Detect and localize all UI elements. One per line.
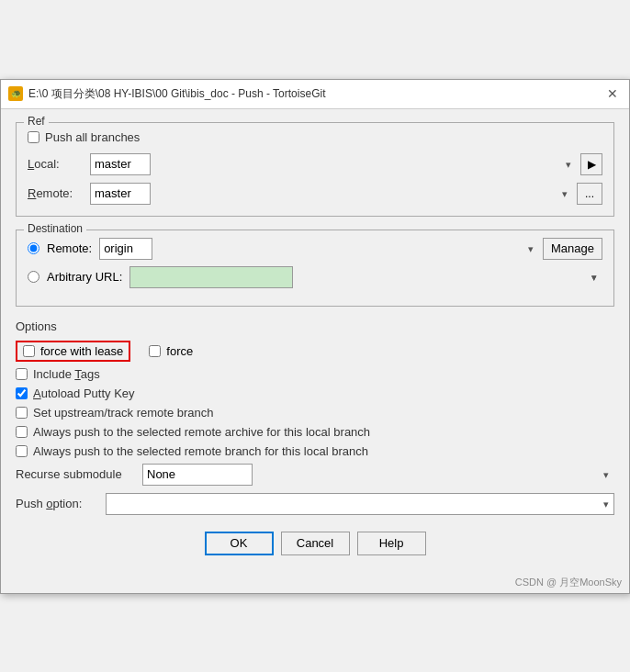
always-push-archive-row: Always push to the selected remote archi… (16, 425, 614, 439)
ref-group-title: Ref (24, 115, 49, 128)
local-label: Local: (28, 157, 83, 171)
watermark: CSDN @ 月空MoonSky (1, 574, 629, 593)
option-underline: o (46, 497, 52, 510)
force-with-lease-label[interactable]: force with lease (40, 344, 123, 358)
remote-ref-label: Remote: (28, 186, 83, 200)
remote-dest-underline: R (47, 241, 55, 255)
push-option-select[interactable] (106, 493, 614, 515)
set-upstream-row: Set upstream/track remote branch (16, 406, 614, 420)
cancel-button[interactable]: Cancel (281, 532, 350, 555)
autoload-underline: A (33, 386, 41, 400)
include-tags-label[interactable]: Include Tags (33, 367, 100, 381)
close-button[interactable]: ✕ (603, 84, 622, 103)
autoload-putty-checkbox[interactable] (16, 387, 28, 399)
always-push-archive-label[interactable]: Always push to the selected remote archi… (33, 425, 370, 439)
arbitrary-url-input-container: ▾ (129, 266, 602, 288)
push-option-row: Push option: (16, 493, 614, 515)
remote-select[interactable]: master (90, 183, 151, 205)
set-upstream-checkbox[interactable] (16, 407, 28, 419)
options-section: Options force with lease force Include T… (16, 319, 614, 515)
remote-dropdown-container: master ... (90, 183, 602, 205)
recurse-label: Recurse submodule (16, 467, 135, 481)
autoload-putty-label[interactable]: Autoload Putty Key (33, 386, 135, 400)
arbitrary-url-label[interactable]: Arbitrary URL: (47, 270, 122, 284)
remote-select-wrapper: master (90, 183, 573, 205)
ok-button[interactable]: OK (205, 532, 274, 555)
remote-radio[interactable] (28, 242, 39, 254)
force-with-lease-checkbox[interactable] (23, 345, 35, 357)
arbitrary-url-wrapper: ▾ (129, 266, 602, 288)
origin-dropdown-container: origin Manage (99, 238, 602, 260)
destination-group-title: Destination (24, 222, 86, 235)
always-push-remote-checkbox[interactable] (16, 445, 28, 457)
dialog-content: Ref Push all branches Local: master ▶ (1, 109, 629, 574)
always-push-remote-row: Always push to the selected remote branc… (16, 444, 614, 458)
window-title: E:\0 项目分类\08 HY-IBIS\00 Git\ibis_doc - P… (28, 86, 325, 102)
remote-ellipsis-button[interactable]: ... (577, 183, 602, 205)
include-tags-checkbox[interactable] (16, 368, 28, 380)
force-options-row: force with lease force (16, 341, 614, 362)
arbitrary-url-row: Arbitrary URL: ▾ (28, 266, 602, 288)
ref-group: Ref Push all branches Local: master ▶ (16, 122, 614, 217)
titlebar-left: 🐢 E:\0 项目分类\08 HY-IBIS\00 Git\ibis_doc -… (8, 86, 325, 102)
always-push-archive-checkbox[interactable] (16, 426, 28, 438)
destination-group: Destination Remote: origin Manage (16, 230, 614, 307)
main-window: 🐢 E:\0 项目分类\08 HY-IBIS\00 Git\ibis_doc -… (0, 79, 630, 594)
push-option-select-wrapper (106, 493, 614, 515)
arbitrary-url-input[interactable] (129, 266, 293, 288)
remote-underline-char: R (28, 186, 36, 200)
force-checkbox[interactable] (149, 345, 161, 357)
titlebar: 🐢 E:\0 项目分类\08 HY-IBIS\00 Git\ibis_doc -… (1, 80, 629, 109)
push-all-checkbox[interactable] (28, 131, 39, 143)
push-all-label[interactable]: Push all branches (45, 130, 140, 144)
help-button[interactable]: Help (357, 532, 426, 555)
origin-select[interactable]: origin (99, 238, 152, 260)
remote-dest-label[interactable]: Remote: (47, 241, 92, 255)
local-underline-char: L (28, 157, 34, 171)
set-upstream-label[interactable]: Set upstream/track remote branch (33, 406, 214, 420)
recurse-select[interactable]: None (142, 464, 253, 486)
arbitrary-underline: A (47, 270, 55, 284)
recurse-row: Recurse submodule None (16, 464, 614, 486)
force-with-lease-wrapper: force with lease (16, 341, 130, 362)
manage-button[interactable]: Manage (543, 238, 602, 260)
recurse-select-wrapper: None (142, 464, 614, 486)
origin-select-wrapper: origin (99, 238, 539, 260)
local-select[interactable]: master (90, 153, 151, 175)
push-all-row: Push all branches (28, 130, 602, 144)
force-label[interactable]: force (166, 344, 193, 358)
arbitrary-url-radio[interactable] (28, 271, 39, 283)
remote-row: Remote: master ... (28, 183, 602, 205)
force-wrapper: force (149, 344, 193, 358)
local-dropdown-container: master ▶ (90, 153, 602, 175)
include-tags-row: Include Tags (16, 367, 614, 381)
remote-destination-row: Remote: origin Manage (28, 238, 602, 260)
local-arrow-button[interactable]: ▶ (580, 153, 602, 175)
push-option-label: Push option: (16, 497, 98, 510)
local-row: Local: master ▶ (28, 153, 602, 175)
app-icon: 🐢 (8, 86, 23, 101)
tags-underline: T (74, 367, 81, 381)
local-select-wrapper: master (90, 153, 577, 175)
always-push-remote-label[interactable]: Always push to the selected remote branc… (33, 444, 368, 458)
footer-buttons: OK Cancel Help (16, 528, 614, 563)
watermark-text: CSDN @ 月空MoonSky (515, 577, 622, 588)
autoload-putty-row: Autoload Putty Key (16, 386, 614, 400)
options-title: Options (16, 319, 614, 333)
